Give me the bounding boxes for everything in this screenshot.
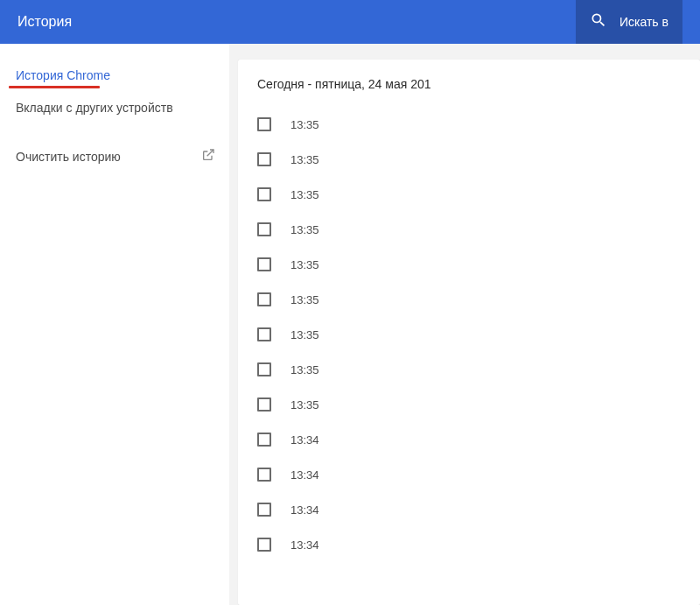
history-row-time: 13:34: [290, 468, 319, 482]
history-row-checkbox[interactable]: [257, 222, 271, 236]
sidebar-item-label: Вкладки с других устройств: [16, 101, 173, 115]
history-row-time: 13:35: [290, 258, 319, 271]
history-row-checkbox[interactable]: [257, 257, 271, 271]
sidebar-item-clear-history[interactable]: Очистить историю: [0, 139, 229, 173]
sidebar-item-label: История Chrome: [16, 68, 110, 82]
date-heading: Сегодня - пятница, 24 мая 201: [238, 60, 700, 107]
history-row[interactable]: 13:35: [257, 212, 700, 247]
sidebar-item-tabs-other-devices[interactable]: Вкладки с других устройств: [0, 92, 229, 123]
history-row-time: 13:34: [290, 433, 319, 447]
history-row[interactable]: 13:35: [257, 352, 700, 387]
search-placeholder: Искать в: [620, 15, 668, 29]
history-row[interactable]: 13:34: [257, 422, 700, 457]
content-area: История Chrome Вкладки с других устройст…: [0, 44, 700, 605]
search-icon: [590, 11, 607, 32]
history-row-checkbox[interactable]: [257, 468, 271, 482]
history-row-checkbox[interactable]: [257, 117, 271, 131]
history-row[interactable]: 13:35: [257, 142, 700, 177]
history-card: Сегодня - пятница, 24 мая 201 13:3513:35…: [238, 60, 700, 605]
history-row-checkbox[interactable]: [257, 152, 271, 166]
history-row-time: 13:35: [290, 328, 319, 341]
history-row[interactable]: 13:35: [257, 107, 700, 142]
history-row[interactable]: 13:35: [257, 387, 700, 422]
history-row-checkbox[interactable]: [257, 397, 271, 412]
history-row-time: 13:35: [290, 363, 319, 376]
main-panel: Сегодня - пятница, 24 мая 201 13:3513:35…: [229, 44, 700, 605]
history-row-time: 13:35: [290, 153, 319, 166]
history-row-time: 13:35: [290, 188, 319, 201]
history-row[interactable]: 13:34: [257, 457, 700, 492]
external-link-icon: [201, 148, 215, 165]
search-button[interactable]: Искать в: [576, 0, 682, 44]
sidebar-item-label: Очистить историю: [16, 150, 121, 164]
history-row-checkbox[interactable]: [257, 327, 271, 341]
history-row-time: 13:35: [290, 118, 319, 131]
history-row[interactable]: 13:35: [257, 177, 700, 212]
history-row-time: 13:35: [290, 293, 319, 306]
history-row-time: 13:35: [290, 398, 319, 412]
history-row-time: 13:34: [290, 538, 319, 552]
history-row[interactable]: 13:35: [257, 282, 700, 317]
history-row-time: 13:34: [290, 503, 319, 517]
history-row[interactable]: 13:34: [257, 527, 700, 562]
history-row-checkbox[interactable]: [257, 362, 271, 376]
history-row[interactable]: 13:35: [257, 247, 700, 282]
active-underline-mark: [9, 86, 100, 88]
page-title: История: [18, 14, 576, 30]
app-header: История Искать в: [0, 0, 700, 44]
history-row-checkbox[interactable]: [257, 433, 271, 447]
history-row-checkbox[interactable]: [257, 292, 271, 306]
history-row-checkbox[interactable]: [257, 187, 271, 201]
sidebar: История Chrome Вкладки с других устройст…: [0, 44, 229, 605]
history-row-checkbox[interactable]: [257, 503, 271, 517]
history-row-checkbox[interactable]: [257, 538, 271, 552]
history-list: 13:3513:3513:3513:3513:3513:3513:3513:35…: [238, 107, 700, 562]
history-row[interactable]: 13:35: [257, 317, 700, 352]
history-row[interactable]: 13:34: [257, 492, 700, 527]
sidebar-separator: [0, 123, 229, 139]
history-row-time: 13:35: [290, 223, 319, 236]
